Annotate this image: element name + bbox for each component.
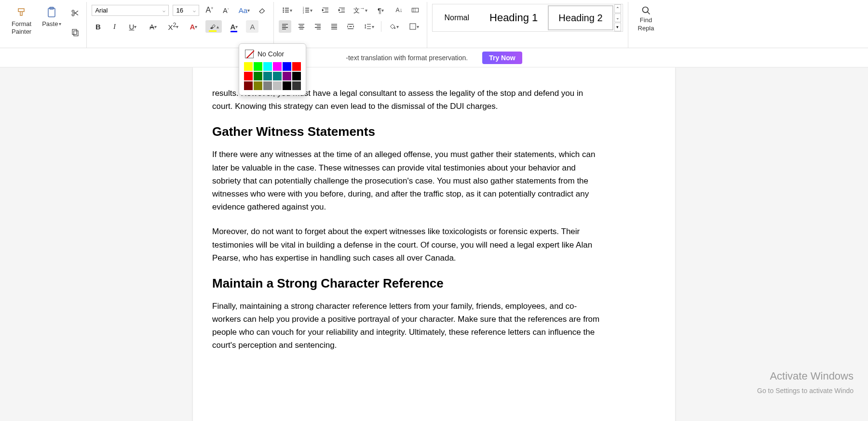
- strikethrough-icon: A: [149, 23, 154, 31]
- eraser-icon: [258, 6, 267, 14]
- style-scroll-down[interactable]: ⌄: [614, 13, 621, 22]
- svg-point-8: [283, 12, 284, 13]
- color-swatch[interactable]: [292, 72, 301, 80]
- line-spacing-button[interactable]: ▾: [361, 20, 377, 33]
- copy-button[interactable]: [69, 26, 81, 39]
- color-swatch[interactable]: [273, 81, 282, 90]
- paragraph[interactable]: Finally, maintaining a strong character …: [212, 300, 603, 352]
- increase-indent-button[interactable]: [336, 4, 348, 16]
- color-swatch[interactable]: [244, 72, 253, 80]
- paragraph[interactable]: If there were any witnesses at the time …: [212, 148, 603, 213]
- italic-button[interactable]: I: [108, 20, 121, 33]
- justify-icon: [330, 23, 338, 30]
- chevron-down-icon: ▴: [217, 24, 219, 29]
- color-swatch[interactable]: [263, 62, 272, 71]
- highlight-button[interactable]: ▴: [205, 20, 222, 33]
- format-painter-button[interactable]: Format Painter: [9, 4, 34, 37]
- paste-button[interactable]: Paste ▾: [39, 4, 64, 27]
- activate-watermark-sub: Go to Settings to activate Windo: [757, 387, 854, 395]
- find-label: Find: [640, 16, 652, 24]
- font-family-select[interactable]: Arial ⌵: [92, 5, 169, 16]
- color-swatch[interactable]: [263, 72, 272, 80]
- paragraph[interactable]: Moreover, do not want to forget about th…: [212, 225, 603, 264]
- color-swatch[interactable]: [254, 81, 262, 90]
- change-case-button[interactable]: Aa▾: [236, 4, 252, 16]
- align-right-button[interactable]: [312, 20, 324, 33]
- tabs-button[interactable]: [409, 4, 421, 16]
- font-group: Arial ⌵ 16 ⌵ A+ A- Aa▾ B I U▾ A▾ X2▾ A▾: [87, 2, 274, 48]
- style-expand[interactable]: ▾: [614, 23, 621, 31]
- cut-button[interactable]: [69, 7, 81, 19]
- change-case-icon: Aa: [239, 6, 247, 14]
- svg-point-13: [394, 27, 395, 29]
- paragraph-group: ▾ 123 ▾ 文→▾ ¶▾ A↓: [274, 2, 427, 48]
- numbering-button[interactable]: 123 ▾: [299, 4, 315, 16]
- chevron-down-icon: ▾: [247, 8, 250, 13]
- style-gallery: Normal Heading 1 Heading 2 ⌃ ⌄ ▾: [432, 4, 623, 32]
- grow-font-button[interactable]: A+: [203, 4, 216, 16]
- document-page[interactable]: results. However, you must have a legal …: [193, 67, 675, 421]
- heading[interactable]: Gather Witness Statements: [212, 124, 656, 139]
- style-heading2[interactable]: Heading 2: [548, 5, 613, 30]
- bold-button[interactable]: B: [92, 20, 104, 33]
- color-swatch[interactable]: [283, 81, 291, 90]
- color-swatch[interactable]: [283, 72, 291, 80]
- style-scroll-up[interactable]: ⌃: [614, 4, 621, 13]
- no-color-option[interactable]: No Color: [244, 49, 301, 62]
- sort-button[interactable]: A↓: [393, 4, 405, 16]
- text-effects-button[interactable]: A▾: [185, 20, 202, 33]
- distribute-button[interactable]: [344, 20, 357, 33]
- color-swatch[interactable]: [292, 81, 301, 90]
- indent-icon: [338, 6, 346, 14]
- shading-button[interactable]: ▾: [385, 20, 402, 33]
- bullets-button[interactable]: ▾: [279, 4, 295, 16]
- color-swatch[interactable]: [283, 62, 291, 71]
- style-normal[interactable]: Normal: [434, 5, 479, 30]
- italic-icon: I: [113, 23, 116, 31]
- chevron-down-icon: ▾: [417, 24, 419, 29]
- font-size-select[interactable]: 16 ⌵: [173, 5, 199, 16]
- color-swatch[interactable]: [254, 72, 262, 80]
- color-swatch[interactable]: [263, 81, 272, 90]
- try-now-button[interactable]: Try Now: [482, 52, 522, 64]
- color-swatch[interactable]: [254, 62, 262, 71]
- search-icon: [641, 6, 651, 15]
- decrease-indent-button[interactable]: [319, 4, 332, 16]
- bold-icon: B: [95, 23, 101, 31]
- ribbon: Format Painter Paste ▾: [0, 0, 868, 48]
- color-swatch[interactable]: [244, 81, 253, 90]
- chevron-down-icon: ▾: [59, 21, 61, 26]
- chevron-down-icon: ⌵: [163, 8, 165, 13]
- svg-point-7: [283, 10, 284, 11]
- align-left-button[interactable]: [279, 20, 291, 33]
- chevron-down-icon: ▾: [134, 24, 136, 29]
- svg-text:3: 3: [303, 12, 304, 14]
- borders-button[interactable]: ▾: [406, 20, 422, 33]
- scissors-icon: [71, 9, 80, 17]
- color-swatch[interactable]: [292, 62, 301, 71]
- show-marks-button[interactable]: ¶▾: [372, 4, 389, 16]
- font-color-button[interactable]: A ▾: [226, 20, 242, 33]
- styles-group: Normal Heading 1 Heading 2 ⌃ ⌄ ▾: [427, 2, 628, 48]
- font-size-value: 16: [176, 7, 183, 14]
- justify-button[interactable]: [328, 20, 340, 33]
- align-center-button[interactable]: [295, 20, 308, 33]
- superscript-button[interactable]: X2▾: [165, 20, 181, 33]
- heading[interactable]: Maintain a Strong Character Reference: [212, 276, 656, 291]
- find-button[interactable]: [641, 6, 651, 15]
- underline-button[interactable]: U▾: [124, 20, 141, 33]
- style-heading1[interactable]: Heading 1: [479, 5, 548, 30]
- banner-text: -text translation with format preservati…: [346, 54, 468, 62]
- color-swatch[interactable]: [244, 62, 253, 71]
- color-swatch[interactable]: [273, 72, 282, 80]
- document-canvas[interactable]: results. However, you must have a legal …: [0, 67, 868, 421]
- color-swatch[interactable]: [273, 62, 282, 71]
- strikethrough-button[interactable]: A▾: [145, 20, 161, 33]
- shrink-font-button[interactable]: A-: [219, 4, 232, 16]
- chevron-down-icon: ▾: [235, 24, 238, 29]
- clear-format-button[interactable]: [256, 4, 269, 16]
- text-direction-button[interactable]: 文→▾: [352, 4, 368, 16]
- char-shading-button[interactable]: A: [246, 20, 258, 33]
- color-swatch-grid: [244, 62, 301, 90]
- no-color-label: No Color: [258, 50, 284, 58]
